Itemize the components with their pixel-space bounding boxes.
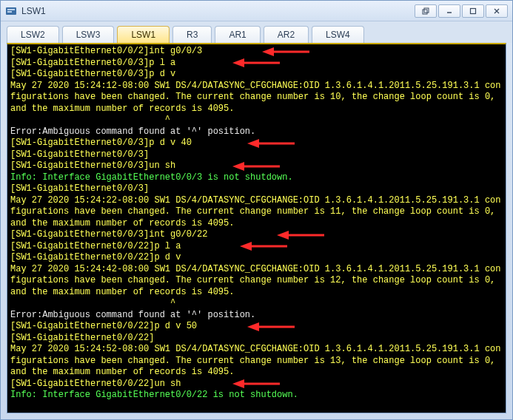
terminal-line: ^ (10, 298, 503, 310)
window-title: LSW1 (21, 6, 415, 16)
window-controls (415, 4, 508, 18)
svg-marker-20 (240, 242, 252, 251)
terminal-line: [SW1-GigabitEthernet0/0/3]p d v (10, 69, 503, 81)
tab-lsw1[interactable]: LSW1 (117, 26, 170, 43)
terminal-line: [SW1-GigabitEthernet0/0/22]un sh (10, 379, 503, 390)
annotation-arrow-icon (247, 138, 295, 149)
terminal-line: [SW1-GigabitEthernet0/0/3] (10, 183, 503, 195)
maximize-button[interactable] (462, 4, 484, 18)
tabstrip: LSW2LSW3LSW1R3AR1AR2LSW4 (1, 21, 512, 43)
svg-rect-3 (423, 10, 427, 14)
terminal-line: May 27 2020 15:24:12-08:00 SW1 DS/4/DATA… (10, 81, 503, 115)
terminal-line: ^ (10, 115, 503, 126)
minimize-button[interactable] (438, 4, 460, 18)
terminal-line: [SW1-GigabitEthernet0/0/3]p d v 40 (10, 138, 503, 149)
svg-rect-4 (424, 8, 429, 13)
svg-marker-10 (262, 47, 274, 56)
terminal-line: [SW1-GigabitEthernet0/0/22]p l a (10, 241, 503, 253)
terminal-line: [SW1-GigabitEthernet0/0/3]p l a (10, 58, 503, 70)
terminal-line: [SW1-GigabitEthernet0/0/22]p d v 50 (10, 321, 503, 333)
tab-lsw3[interactable]: LSW3 (62, 26, 115, 43)
annotation-arrow-icon (232, 161, 280, 172)
terminal-line: Error:Ambiguous command found at '^' pos… (10, 126, 503, 138)
terminal-output: [SW1-GigabitEthernet0/0/2]int g0/0/3[SW1… (7, 44, 506, 413)
tab-ar1[interactable]: AR1 (215, 26, 260, 43)
terminal-line: Info: Interface GigabitEthernet0/0/3 is … (10, 172, 503, 184)
popout-button[interactable] (415, 4, 437, 18)
svg-rect-1 (7, 9, 15, 10)
tab-ar2[interactable]: AR2 (264, 26, 309, 43)
app-icon (5, 5, 17, 17)
app-window: LSW1 LSW2LSW3LSW1R3AR1AR2LSW4 [SW1-Gigab… (0, 0, 513, 420)
terminal-line: [SW1-GigabitEthernet0/0/3]int g0/0/22 (10, 229, 503, 241)
svg-marker-22 (247, 322, 259, 331)
terminal-line: [SW1-GigabitEthernet0/0/2]int g0/0/3 (10, 46, 503, 58)
tab-lsw2[interactable]: LSW2 (7, 26, 59, 43)
annotation-arrow-icon (262, 47, 309, 57)
terminal-line: Info: Interface GigabitEthernet0/0/22 is… (10, 390, 503, 402)
close-button[interactable] (486, 4, 508, 18)
svg-marker-18 (277, 231, 289, 240)
svg-marker-14 (247, 139, 259, 148)
terminal-line: May 27 2020 15:24:22-08:00 SW1 DS/4/DATA… (10, 195, 503, 230)
terminal-line: [SW1-GigabitEthernet0/0/3]un sh (10, 160, 503, 172)
svg-marker-16 (232, 162, 244, 171)
terminal-pane[interactable]: [SW1-GigabitEthernet0/0/2]int g0/0/3[SW1… (7, 43, 506, 413)
svg-rect-6 (471, 8, 476, 13)
annotation-arrow-icon (232, 58, 280, 68)
tab-lsw4[interactable]: LSW4 (312, 26, 364, 43)
annotation-arrow-icon (232, 379, 280, 389)
annotation-arrow-icon (240, 241, 287, 251)
annotation-arrow-icon (277, 230, 324, 240)
terminal-line: [SW1-GigabitEthernet0/0/22]p d v (10, 252, 503, 264)
annotation-arrow-icon (247, 322, 295, 332)
svg-marker-24 (232, 379, 244, 388)
terminal-line: May 27 2020 15:24:52-08:00 SW1 DS/4/DATA… (10, 344, 503, 379)
terminal-line: [SW1-GigabitEthernet0/0/3] (10, 149, 503, 161)
terminal-line: [SW1-GigabitEthernet0/0/22] (10, 333, 503, 345)
svg-marker-12 (232, 58, 244, 67)
svg-rect-2 (7, 11, 12, 13)
tab-r3[interactable]: R3 (172, 26, 212, 43)
terminal-line: May 27 2020 15:24:42-08:00 SW1 DS/4/DATA… (10, 264, 503, 299)
titlebar[interactable]: LSW1 (1, 1, 512, 21)
terminal-line: Error:Ambiguous command found at '^' pos… (10, 310, 503, 322)
